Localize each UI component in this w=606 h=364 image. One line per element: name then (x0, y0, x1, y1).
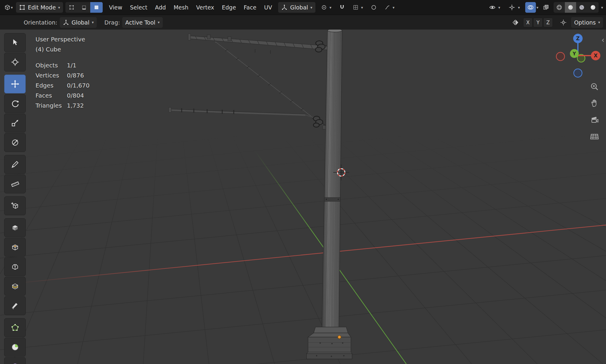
chevron-down-icon: ▾ (361, 6, 363, 9)
transform-orientation-dropdown[interactable]: Global ▾ (278, 2, 315, 13)
mirror-toggle-button[interactable] (510, 17, 521, 28)
proportional-falloff-dropdown[interactable]: ▾ (381, 2, 398, 13)
snap-target-dropdown[interactable]: ▾ (350, 2, 366, 13)
chevron-down-icon: ▾ (598, 20, 600, 24)
zoom-button[interactable] (589, 82, 599, 92)
pivot-point-dropdown[interactable]: ▾ (318, 2, 335, 13)
tool-rotate[interactable] (4, 94, 26, 113)
pan-view-button[interactable] (589, 98, 599, 108)
mode-dropdown[interactable]: Edit Mode ▾ (16, 2, 63, 13)
options-dropdown[interactable]: Options ▾ (571, 17, 603, 28)
chevron-down-icon: ▾ (92, 20, 94, 24)
orientation-axes-icon (281, 4, 288, 11)
tool-transform[interactable] (4, 133, 26, 152)
tool-knife[interactable] (4, 296, 26, 315)
stat-label: Vertices (36, 70, 67, 80)
toggle-orthographic-button[interactable] (589, 131, 599, 141)
mirror-x-button[interactable]: X (523, 18, 533, 27)
tool-inset-faces[interactable] (4, 238, 26, 257)
menu-mesh[interactable]: Mesh (170, 0, 192, 15)
x-axis-line (0, 225, 606, 285)
chevron-down-icon: ▾ (158, 20, 160, 24)
chevron-down-icon: ▾ (393, 6, 395, 9)
gizmo-minus-x-ball[interactable] (556, 52, 565, 61)
gizmos-dropdown[interactable]: ▾ (505, 2, 523, 13)
tool-settings-right: X Y Z Options ▾ (510, 17, 603, 28)
gizmo-x-label: X (594, 53, 597, 59)
gizmos-icon (508, 4, 515, 11)
magnet-icon (339, 4, 345, 11)
navigation-gizmo[interactable]: Z X Y (553, 31, 605, 83)
menu-vertex[interactable]: Vertex (192, 0, 218, 15)
tool-orientation-dropdown[interactable]: Global ▾ (60, 17, 97, 28)
sidebar-toggle[interactable]: ‹ (600, 36, 606, 44)
tool-poly-build[interactable] (4, 318, 26, 337)
mirror-z-button[interactable]: Z (543, 18, 553, 27)
chevron-down-icon: ▾ (518, 6, 520, 9)
chevron-down-icon: ▾ (310, 6, 312, 9)
gizmo-minus-z-ball[interactable] (574, 69, 582, 77)
menu-view[interactable]: View (105, 0, 126, 15)
edge-select-icon (81, 4, 87, 11)
tool-annotate[interactable] (4, 155, 26, 174)
tool-extrude-region[interactable] (4, 218, 26, 237)
active-object-name: (4) Cube (36, 44, 90, 54)
select-mode-group (65, 2, 103, 13)
edge-select-button[interactable] (78, 2, 90, 13)
stat-label: Triangles (36, 101, 67, 111)
tool-add-cube[interactable] (4, 196, 26, 215)
tool-loop-cut[interactable] (4, 277, 26, 296)
header-left-cluster: ▾ Edit Mode ▾ (3, 0, 397, 15)
tool-scale[interactable] (4, 114, 26, 132)
chevron-down-icon: ▾ (330, 6, 332, 9)
tool-spin[interactable] (4, 338, 26, 357)
toggle-xray-icon (542, 4, 549, 11)
editor-type-button[interactable]: ▾ (3, 2, 14, 13)
tool-orientation-value: Global (72, 19, 90, 26)
mirror-axis-toggles: X Y Z (523, 18, 553, 27)
shading-solid-button[interactable] (565, 2, 576, 13)
tool-move[interactable] (4, 75, 26, 93)
proportional-editing-button[interactable] (368, 2, 379, 13)
stat-value: 1/1 (67, 60, 90, 70)
shading-material-button[interactable] (576, 2, 587, 13)
tool-settings-left: Orientation: Global ▾ Drag: Active Tool … (24, 17, 163, 28)
object-visibility-dropdown[interactable]: ▾ (486, 2, 503, 13)
viewport-3d[interactable]: User Perspective (4) Cube Objects1/1 Ver… (0, 30, 606, 364)
orthographic-grid-icon (590, 132, 599, 141)
orientation-axes-icon (63, 19, 69, 26)
face-select-button[interactable] (90, 2, 103, 13)
shading-rendered-button[interactable] (587, 2, 599, 13)
drag-label: Drag: (104, 19, 120, 26)
snap-base-button[interactable] (558, 17, 569, 28)
viewport-canvas[interactable] (0, 30, 606, 364)
material-preview-shading-icon (578, 4, 585, 11)
xray-toggle-button[interactable] (541, 2, 551, 13)
overlays-toggle-button[interactable] (525, 2, 536, 13)
shading-wireframe-button[interactable] (554, 2, 565, 13)
menu-face[interactable]: Face (240, 0, 260, 15)
tool-tweak[interactable] (4, 33, 26, 52)
tool-measure[interactable] (4, 174, 26, 193)
menu-edge[interactable]: Edge (218, 0, 240, 15)
hand-icon (590, 98, 599, 108)
chevron-down-icon: ▾ (601, 6, 603, 9)
camera-view-button[interactable] (589, 115, 599, 125)
camera-icon (590, 115, 599, 124)
drag-dropdown[interactable]: Active Tool ▾ (122, 17, 162, 28)
snap-base-icon (560, 19, 567, 26)
mirror-y-button[interactable]: Y (533, 18, 543, 27)
menu-add[interactable]: Add (151, 0, 170, 15)
tool-smooth[interactable] (4, 357, 26, 364)
menu-uv[interactable]: UV (260, 0, 276, 15)
tool-cursor[interactable] (4, 53, 26, 72)
snap-toggle-button[interactable] (337, 2, 347, 13)
mesh-object[interactable] (169, 30, 352, 359)
menu-select[interactable]: Select (126, 0, 151, 15)
gizmo-z-label: Z (576, 35, 580, 41)
tool-bevel[interactable] (4, 257, 26, 276)
editor-type-3d-viewport-icon (4, 4, 11, 11)
stat-value: 0/876 (67, 70, 90, 80)
view-name: User Perspective (36, 34, 90, 44)
vertex-select-button[interactable] (65, 2, 78, 13)
